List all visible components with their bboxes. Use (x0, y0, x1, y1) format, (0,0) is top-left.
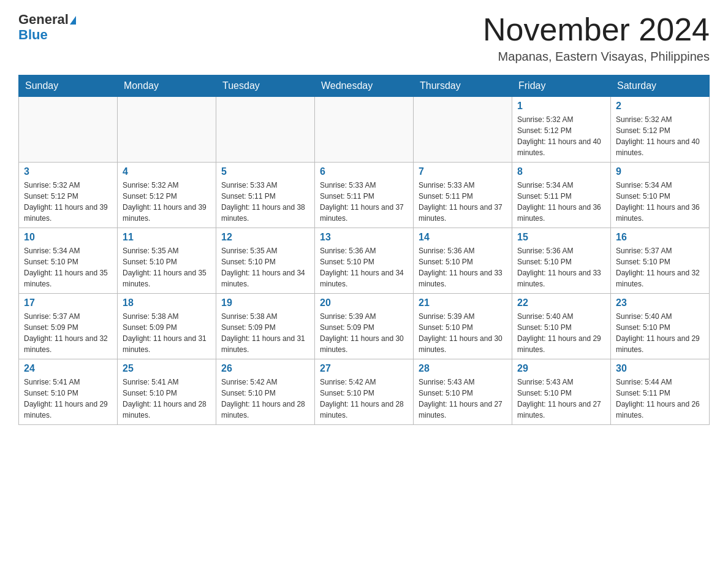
calendar-cell: 27Sunrise: 5:42 AMSunset: 5:10 PMDayligh… (315, 359, 414, 425)
day-info: Sunrise: 5:34 AMSunset: 5:10 PMDaylight:… (24, 245, 112, 289)
calendar-cell: 22Sunrise: 5:40 AMSunset: 5:10 PMDayligh… (512, 294, 611, 359)
day-number: 4 (123, 166, 211, 177)
day-info: Sunrise: 5:32 AMSunset: 5:12 PMDaylight:… (616, 114, 704, 158)
col-sunday: Sunday (19, 75, 118, 97)
calendar-cell: 30Sunrise: 5:44 AMSunset: 5:11 PMDayligh… (611, 359, 710, 425)
calendar-cell: 12Sunrise: 5:35 AMSunset: 5:10 PMDayligh… (216, 228, 315, 294)
calendar-cell: 9Sunrise: 5:34 AMSunset: 5:10 PMDaylight… (611, 163, 710, 228)
day-info: Sunrise: 5:43 AMSunset: 5:10 PMDaylight:… (419, 377, 507, 421)
day-info: Sunrise: 5:32 AMSunset: 5:12 PMDaylight:… (123, 180, 211, 224)
calendar-cell: 11Sunrise: 5:35 AMSunset: 5:10 PMDayligh… (118, 228, 216, 294)
col-monday: Monday (118, 75, 216, 97)
calendar-cell: 19Sunrise: 5:38 AMSunset: 5:09 PMDayligh… (216, 294, 315, 359)
col-saturday: Saturday (611, 75, 710, 97)
calendar-cell: 15Sunrise: 5:36 AMSunset: 5:10 PMDayligh… (512, 228, 611, 294)
day-number: 15 (517, 232, 605, 243)
month-title: November 2024 (483, 12, 710, 47)
day-number: 24 (24, 363, 112, 374)
calendar-cell: 14Sunrise: 5:36 AMSunset: 5:10 PMDayligh… (414, 228, 512, 294)
day-info: Sunrise: 5:34 AMSunset: 5:11 PMDaylight:… (517, 180, 605, 224)
logo-triangle-icon (70, 16, 76, 25)
calendar-cell: 2Sunrise: 5:32 AMSunset: 5:12 PMDaylight… (611, 97, 710, 163)
day-info: Sunrise: 5:40 AMSunset: 5:10 PMDaylight:… (616, 311, 704, 355)
day-info: Sunrise: 5:35 AMSunset: 5:10 PMDaylight:… (123, 245, 211, 289)
day-number: 13 (320, 232, 408, 243)
day-number: 11 (123, 232, 211, 243)
calendar-cell (118, 97, 216, 163)
day-info: Sunrise: 5:42 AMSunset: 5:10 PMDaylight:… (320, 377, 408, 421)
day-info: Sunrise: 5:38 AMSunset: 5:09 PMDaylight:… (123, 311, 211, 355)
location-title: Mapanas, Eastern Visayas, Philippines (483, 50, 710, 64)
day-number: 18 (123, 297, 211, 308)
day-info: Sunrise: 5:39 AMSunset: 5:09 PMDaylight:… (320, 311, 408, 355)
day-number: 7 (419, 166, 507, 177)
calendar-cell: 6Sunrise: 5:33 AMSunset: 5:11 PMDaylight… (315, 163, 414, 228)
day-number: 30 (616, 363, 704, 374)
calendar-header-row: Sunday Monday Tuesday Wednesday Thursday… (19, 75, 710, 97)
logo-text-line2: Blue (18, 27, 48, 43)
calendar-cell: 25Sunrise: 5:41 AMSunset: 5:10 PMDayligh… (118, 359, 216, 425)
day-number: 29 (517, 363, 605, 374)
calendar-cell: 3Sunrise: 5:32 AMSunset: 5:12 PMDaylight… (19, 163, 118, 228)
calendar-cell: 23Sunrise: 5:40 AMSunset: 5:10 PMDayligh… (611, 294, 710, 359)
day-info: Sunrise: 5:39 AMSunset: 5:10 PMDaylight:… (419, 311, 507, 355)
calendar-cell: 28Sunrise: 5:43 AMSunset: 5:10 PMDayligh… (414, 359, 512, 425)
calendar-cell: 1Sunrise: 5:32 AMSunset: 5:12 PMDaylight… (512, 97, 611, 163)
day-number: 2 (616, 101, 704, 112)
page-header: General Blue November 2024 Mapanas, East… (18, 12, 710, 64)
day-number: 8 (517, 166, 605, 177)
day-info: Sunrise: 5:32 AMSunset: 5:12 PMDaylight:… (517, 114, 605, 158)
day-info: Sunrise: 5:34 AMSunset: 5:10 PMDaylight:… (616, 180, 704, 224)
day-number: 28 (419, 363, 507, 374)
logo-text-line1: General (18, 12, 76, 27)
day-number: 23 (616, 297, 704, 308)
calendar-table: Sunday Monday Tuesday Wednesday Thursday… (18, 75, 710, 425)
calendar-cell: 20Sunrise: 5:39 AMSunset: 5:09 PMDayligh… (315, 294, 414, 359)
day-number: 26 (221, 363, 309, 374)
calendar-cell: 8Sunrise: 5:34 AMSunset: 5:11 PMDaylight… (512, 163, 611, 228)
calendar-cell: 24Sunrise: 5:41 AMSunset: 5:10 PMDayligh… (19, 359, 118, 425)
calendar-cell: 21Sunrise: 5:39 AMSunset: 5:10 PMDayligh… (414, 294, 512, 359)
day-number: 21 (419, 297, 507, 308)
calendar-cell: 26Sunrise: 5:42 AMSunset: 5:10 PMDayligh… (216, 359, 315, 425)
day-info: Sunrise: 5:38 AMSunset: 5:09 PMDaylight:… (221, 311, 309, 355)
day-info: Sunrise: 5:36 AMSunset: 5:10 PMDaylight:… (517, 245, 605, 289)
col-thursday: Thursday (414, 75, 512, 97)
day-number: 10 (24, 232, 112, 243)
day-info: Sunrise: 5:41 AMSunset: 5:10 PMDaylight:… (123, 377, 211, 421)
title-area: November 2024 Mapanas, Eastern Visayas, … (483, 12, 710, 64)
col-wednesday: Wednesday (315, 75, 414, 97)
week-row-4: 17Sunrise: 5:37 AMSunset: 5:09 PMDayligh… (19, 294, 710, 359)
col-tuesday: Tuesday (216, 75, 315, 97)
logo: General Blue (18, 12, 76, 43)
day-info: Sunrise: 5:40 AMSunset: 5:10 PMDaylight:… (517, 311, 605, 355)
day-number: 17 (24, 297, 112, 308)
calendar-cell: 10Sunrise: 5:34 AMSunset: 5:10 PMDayligh… (19, 228, 118, 294)
week-row-2: 3Sunrise: 5:32 AMSunset: 5:12 PMDaylight… (19, 163, 710, 228)
day-number: 14 (419, 232, 507, 243)
day-info: Sunrise: 5:35 AMSunset: 5:10 PMDaylight:… (221, 245, 309, 289)
day-info: Sunrise: 5:36 AMSunset: 5:10 PMDaylight:… (419, 245, 507, 289)
day-number: 22 (517, 297, 605, 308)
calendar-cell (19, 97, 118, 163)
day-number: 25 (123, 363, 211, 374)
day-info: Sunrise: 5:37 AMSunset: 5:09 PMDaylight:… (24, 311, 112, 355)
day-info: Sunrise: 5:36 AMSunset: 5:10 PMDaylight:… (320, 245, 408, 289)
calendar-cell: 18Sunrise: 5:38 AMSunset: 5:09 PMDayligh… (118, 294, 216, 359)
day-info: Sunrise: 5:37 AMSunset: 5:10 PMDaylight:… (616, 245, 704, 289)
calendar-cell (216, 97, 315, 163)
col-friday: Friday (512, 75, 611, 97)
day-number: 12 (221, 232, 309, 243)
week-row-5: 24Sunrise: 5:41 AMSunset: 5:10 PMDayligh… (19, 359, 710, 425)
day-info: Sunrise: 5:33 AMSunset: 5:11 PMDaylight:… (221, 180, 309, 224)
day-number: 1 (517, 101, 605, 112)
day-number: 19 (221, 297, 309, 308)
week-row-3: 10Sunrise: 5:34 AMSunset: 5:10 PMDayligh… (19, 228, 710, 294)
calendar-cell (414, 97, 512, 163)
day-number: 27 (320, 363, 408, 374)
calendar-cell: 4Sunrise: 5:32 AMSunset: 5:12 PMDaylight… (118, 163, 216, 228)
day-info: Sunrise: 5:32 AMSunset: 5:12 PMDaylight:… (24, 180, 112, 224)
day-info: Sunrise: 5:42 AMSunset: 5:10 PMDaylight:… (221, 377, 309, 421)
calendar-cell: 5Sunrise: 5:33 AMSunset: 5:11 PMDaylight… (216, 163, 315, 228)
day-info: Sunrise: 5:44 AMSunset: 5:11 PMDaylight:… (616, 377, 704, 421)
